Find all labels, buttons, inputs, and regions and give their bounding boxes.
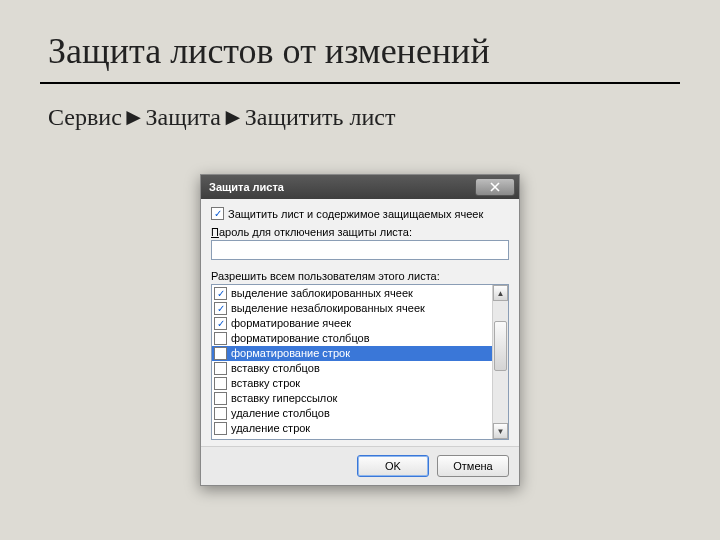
permission-item[interactable]: удаление строк <box>212 421 492 436</box>
permission-label: вставку гиперссылок <box>231 391 337 406</box>
close-icon <box>490 182 500 192</box>
permission-checkbox[interactable] <box>214 332 227 345</box>
permission-label: вставку строк <box>231 376 300 391</box>
permission-label: удаление строк <box>231 421 310 436</box>
title-underline <box>40 82 680 84</box>
dialog-button-row: OK Отмена <box>201 446 519 485</box>
permission-label: вставку столбцов <box>231 361 320 376</box>
password-input[interactable] <box>211 240 509 260</box>
permission-label: выделение незаблокированных ячеек <box>231 301 425 316</box>
dialog-titlebar[interactable]: Защита листа <box>201 175 519 199</box>
permission-label: форматирование ячеек <box>231 316 351 331</box>
permission-item[interactable]: форматирование ячеек <box>212 316 492 331</box>
protect-sheet-dialog: Защита листа Защитить лист и содержимое … <box>200 174 520 486</box>
close-button[interactable] <box>475 178 515 196</box>
permissions-listbox: выделение заблокированных ячееквыделение… <box>211 284 509 440</box>
permission-label: удаление столбцов <box>231 406 330 421</box>
chevron-up-icon: ▲ <box>497 289 505 298</box>
scroll-track[interactable] <box>493 301 508 423</box>
permission-label: выделение заблокированных ячеек <box>231 286 413 301</box>
scrollbar[interactable]: ▲ ▼ <box>492 285 508 439</box>
protect-checkbox-row[interactable]: Защитить лист и содержимое защищаемых яч… <box>211 207 509 220</box>
permission-label: форматирование строк <box>231 346 350 361</box>
permission-checkbox[interactable] <box>214 362 227 375</box>
scroll-up-button[interactable]: ▲ <box>493 285 508 301</box>
dialog-title: Защита листа <box>209 181 284 193</box>
permission-item[interactable]: вставку столбцов <box>212 361 492 376</box>
permission-checkbox[interactable] <box>214 422 227 435</box>
permissions-list[interactable]: выделение заблокированных ячееквыделение… <box>212 285 492 439</box>
protect-checkbox[interactable] <box>211 207 224 220</box>
permission-checkbox[interactable] <box>214 377 227 390</box>
permission-label: форматирование столбцов <box>231 331 370 346</box>
permission-checkbox[interactable] <box>214 347 227 360</box>
ok-button[interactable]: OK <box>357 455 429 477</box>
password-label: Пароль для отключения защиты листа: <box>211 226 509 238</box>
permission-item[interactable]: выделение незаблокированных ячеек <box>212 301 492 316</box>
chevron-down-icon: ▼ <box>497 427 505 436</box>
allow-users-label: Разрешить всем пользователям этого листа… <box>211 270 509 282</box>
permission-checkbox[interactable] <box>214 392 227 405</box>
permission-item[interactable]: выделение заблокированных ячеек <box>212 286 492 301</box>
slide-title: Защита листов от изменений <box>48 30 720 72</box>
scroll-thumb[interactable] <box>494 321 507 371</box>
permission-checkbox[interactable] <box>214 407 227 420</box>
scroll-down-button[interactable]: ▼ <box>493 423 508 439</box>
menu-path: Сервис►Защита►Защитить лист <box>48 104 720 131</box>
permission-item[interactable]: форматирование строк <box>212 346 492 361</box>
dialog-body: Защитить лист и содержимое защищаемых яч… <box>201 199 519 446</box>
cancel-button[interactable]: Отмена <box>437 455 509 477</box>
permission-checkbox[interactable] <box>214 302 227 315</box>
permission-item[interactable]: вставку строк <box>212 376 492 391</box>
protect-checkbox-label: Защитить лист и содержимое защищаемых яч… <box>228 208 483 220</box>
permission-item[interactable]: вставку гиперссылок <box>212 391 492 406</box>
permission-item[interactable]: удаление столбцов <box>212 406 492 421</box>
permission-checkbox[interactable] <box>214 287 227 300</box>
permission-item[interactable]: форматирование столбцов <box>212 331 492 346</box>
permission-checkbox[interactable] <box>214 317 227 330</box>
